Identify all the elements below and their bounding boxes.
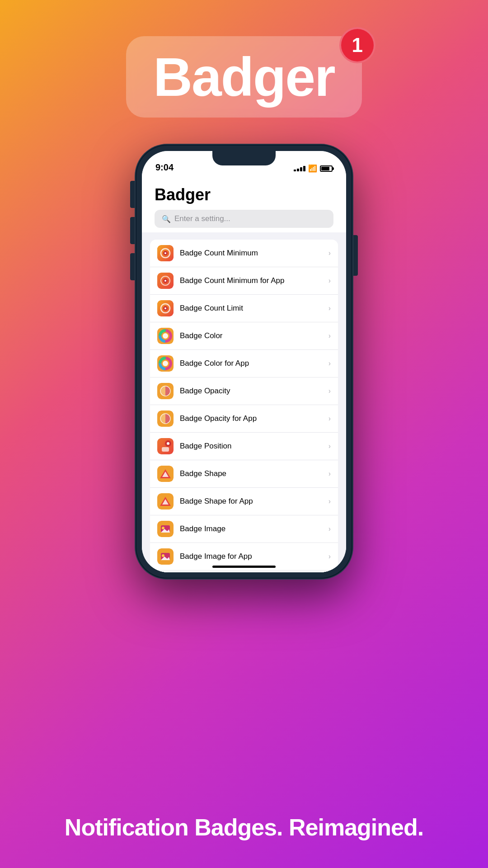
settings-row-custom-badge-label[interactable]: Custom Badge Label› [150,571,338,572]
svg-point-38 [167,442,169,445]
app-name-hero: Badger [153,47,334,107]
row-chevron-badge-shape-app: › [328,497,331,505]
svg-point-14 [164,307,166,309]
svg-point-24 [163,361,168,366]
row-label-badge-count-min: Badge Count Minimum [180,249,328,258]
logo-box: Badger [126,36,361,118]
hero-section: Badger 1 [0,0,488,118]
logo-container: Badger 1 [126,36,361,118]
battery-icon [320,165,333,172]
status-bar: 9:04 📶 [142,151,346,176]
row-label-badge-opacity-app: Badge Opacity for App [180,414,328,423]
settings-row-badge-opacity[interactable]: Badge Opacity› [150,377,338,405]
row-chevron-badge-count-min: › [328,249,331,257]
row-icon-badge-count-min-app [157,273,174,289]
app-title: Badger [155,185,333,204]
status-time: 9:04 [155,162,174,173]
svg-point-9 [164,280,166,282]
svg-rect-39 [162,447,169,452]
row-chevron-badge-position: › [328,442,331,450]
status-icons: 📶 [294,164,333,173]
row-chevron-badge-count-limit: › [328,304,331,312]
row-icon-badge-opacity [157,383,174,399]
row-chevron-badge-image: › [328,525,331,533]
search-placeholder-text: Enter a setting... [174,214,230,223]
row-label-badge-position: Badge Position [180,442,328,451]
row-icon-badge-image [157,521,174,537]
row-icon-badge-shape [157,466,174,482]
signal-icon [294,166,305,171]
row-chevron-badge-opacity: › [328,387,331,395]
settings-row-badge-count-min-app[interactable]: Badge Count Minimum for App› [150,267,338,295]
row-label-badge-color: Badge Color [180,331,328,340]
app-header: Badger 🔍 Enter a setting... [142,176,346,232]
app-content: Badger 🔍 Enter a setting... [142,176,346,572]
row-chevron-badge-image-app: › [328,552,331,561]
phone-wrapper: 9:04 📶 [0,145,488,579]
row-label-badge-image-app: Badge Image for App [180,552,328,561]
row-label-badge-shape: Badge Shape [180,469,328,478]
settings-group: Badge Count Minimum› Badge Count Minimum… [150,240,338,572]
row-chevron-badge-shape: › [328,470,331,478]
row-chevron-badge-color: › [328,332,331,340]
hero-badge-count: 1 [339,27,375,63]
row-label-badge-opacity: Badge Opacity [180,387,328,396]
row-chevron-badge-count-min-app: › [328,277,331,285]
phone-outer: 9:04 📶 [136,145,352,579]
row-label-badge-image: Badge Image [180,524,328,533]
row-icon-badge-color-app [157,355,174,372]
row-chevron-badge-color-app: › [328,359,331,368]
row-icon-badge-position [157,438,174,454]
svg-point-4 [164,252,166,254]
settings-row-badge-color[interactable]: Badge Color› [150,322,338,350]
row-icon-badge-count-limit [157,300,174,316]
svg-rect-36 [157,438,174,454]
app-background: Badger 1 9:04 [0,0,488,868]
settings-row-badge-count-limit[interactable]: Badge Count Limit› [150,295,338,322]
row-icon-badge-opacity-app [157,410,174,427]
row-icon-badge-image-app [157,548,174,565]
row-label-badge-count-limit: Badge Count Limit [180,304,328,313]
tagline-text: Notification Badges. Reimagined. [0,814,488,841]
row-label-badge-count-min-app: Badge Count Minimum for App [180,276,328,285]
svg-point-48 [162,527,164,529]
settings-row-badge-shape[interactable]: Badge Shape› [150,460,338,488]
settings-section: Badge Count Minimum› Badge Count Minimum… [142,232,346,572]
tagline-section: Notification Badges. Reimagined. [0,814,488,841]
notch [212,151,276,165]
row-icon-badge-color [157,328,174,344]
row-icon-badge-count-min [157,245,174,261]
row-label-badge-shape-app: Badge Shape for App [180,497,328,506]
settings-row-badge-shape-app[interactable]: Badge Shape for App› [150,488,338,515]
search-bar[interactable]: 🔍 Enter a setting... [155,210,333,228]
phone-inner: 9:04 📶 [142,151,346,572]
row-label-badge-color-app: Badge Color for App [180,359,328,368]
svg-point-52 [162,554,164,557]
settings-row-badge-count-min[interactable]: Badge Count Minimum› [150,240,338,267]
settings-row-badge-position[interactable]: Badge Position› [150,433,338,460]
screen-content: Badger 🔍 Enter a setting... [142,176,346,572]
wifi-icon: 📶 [308,164,317,173]
search-icon: 🔍 [162,215,171,223]
svg-point-19 [163,333,168,339]
settings-row-badge-opacity-app[interactable]: Badge Opacity for App› [150,405,338,433]
row-icon-badge-shape-app [157,493,174,509]
home-indicator [212,566,276,568]
settings-row-badge-color-app[interactable]: Badge Color for App› [150,350,338,377]
settings-row-badge-image[interactable]: Badge Image› [150,515,338,543]
row-chevron-badge-opacity-app: › [328,415,331,423]
